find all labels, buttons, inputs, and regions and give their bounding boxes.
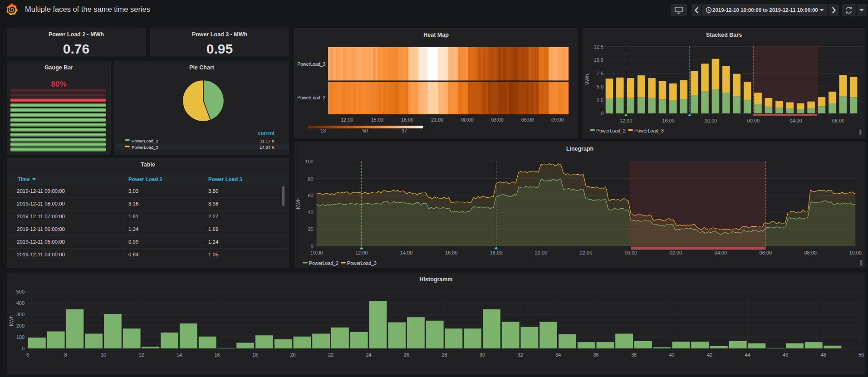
- svg-text:48: 48: [820, 352, 826, 357]
- svg-text:28: 28: [441, 352, 447, 357]
- svg-text:16:00: 16:00: [662, 118, 675, 123]
- svg-text:04:00: 04:00: [790, 118, 802, 123]
- svg-text:20: 20: [290, 352, 295, 357]
- svg-text:10:00: 10:00: [310, 250, 323, 255]
- svg-text:15:00: 15:00: [371, 117, 383, 122]
- svg-text:500: 500: [16, 289, 25, 294]
- svg-text:36: 36: [593, 352, 598, 357]
- svg-text:12:00: 12:00: [620, 118, 633, 123]
- svg-text:03:00: 03:00: [491, 117, 504, 122]
- svg-text:80: 80: [308, 176, 313, 181]
- svg-text:2.5: 2.5: [597, 98, 603, 103]
- svg-text:40: 40: [308, 210, 313, 215]
- svg-text:PowerLoad_3: PowerLoad_3: [634, 128, 664, 133]
- svg-text:PowerLoad_2: PowerLoad_2: [596, 128, 626, 133]
- svg-text:100: 100: [16, 334, 25, 340]
- svg-text:12:00: 12:00: [341, 117, 353, 122]
- svg-text:06:00: 06:00: [521, 117, 534, 122]
- svg-text:10.0: 10.0: [594, 57, 603, 63]
- svg-text:02:00: 02:00: [670, 250, 682, 255]
- svg-text:11.17 K: 11.17 K: [260, 138, 275, 143]
- svg-text:34: 34: [555, 352, 561, 357]
- svg-text:06:00: 06:00: [760, 250, 772, 255]
- svg-text:PowerLoad_2: PowerLoad_2: [297, 95, 325, 100]
- svg-text:00:00: 00:00: [461, 117, 474, 122]
- svg-text:22: 22: [328, 352, 333, 357]
- svg-text:12:00: 12:00: [355, 250, 368, 255]
- svg-text:16:00: 16:00: [445, 250, 458, 255]
- svg-text:09:00: 09:00: [551, 117, 564, 122]
- svg-text:00:00: 00:00: [747, 118, 760, 123]
- svg-text:200: 200: [16, 323, 25, 328]
- svg-text:12: 12: [138, 352, 144, 357]
- svg-text:22:00: 22:00: [580, 250, 593, 255]
- svg-text:12.5: 12.5: [594, 44, 603, 49]
- svg-text:30: 30: [480, 352, 485, 357]
- svg-text:PowerLoad_3: PowerLoad_3: [132, 145, 158, 150]
- svg-text:PowerLoad_2: PowerLoad_2: [132, 138, 158, 143]
- svg-text:PowerLoad_3: PowerLoad_3: [347, 260, 377, 266]
- svg-text:400: 400: [16, 300, 25, 306]
- svg-text:21:00: 21:00: [431, 117, 444, 122]
- svg-text:26: 26: [404, 352, 409, 357]
- svg-text:18:00: 18:00: [401, 117, 414, 122]
- svg-text:32: 32: [517, 352, 523, 357]
- svg-text:100: 100: [305, 159, 313, 164]
- svg-text:38: 38: [631, 352, 637, 357]
- svg-text:PowerLoad_3: PowerLoad_3: [297, 62, 325, 67]
- svg-text:PowerLoad_2: PowerLoad_2: [309, 260, 338, 266]
- svg-text:5.0: 5.0: [597, 84, 603, 89]
- svg-text:KWh: KWh: [9, 315, 14, 326]
- svg-text:40: 40: [669, 352, 674, 357]
- svg-text:20:00: 20:00: [535, 250, 548, 255]
- svg-text:18: 18: [252, 352, 258, 357]
- svg-text:24: 24: [366, 352, 371, 357]
- svg-text:20:00: 20:00: [705, 118, 717, 123]
- svg-text:0: 0: [311, 244, 314, 249]
- svg-text:KWh: KWh: [295, 198, 301, 209]
- svg-text:08:00: 08:00: [804, 250, 817, 255]
- svg-text:50: 50: [362, 128, 368, 133]
- svg-text:14: 14: [177, 352, 182, 357]
- svg-text:10:00: 10:00: [849, 250, 862, 255]
- svg-text:14:00: 14:00: [400, 250, 413, 255]
- svg-text:8: 8: [64, 352, 67, 357]
- svg-text:44: 44: [745, 352, 750, 357]
- svg-text:46: 46: [783, 352, 788, 357]
- svg-text:97: 97: [402, 128, 407, 133]
- svg-text:MWh: MWh: [584, 74, 590, 86]
- svg-text:0: 0: [22, 346, 25, 351]
- svg-text:50: 50: [858, 352, 864, 357]
- svg-text:7.5: 7.5: [597, 71, 603, 76]
- svg-text:60: 60: [308, 193, 313, 198]
- svg-text:14.04 K: 14.04 K: [260, 145, 275, 150]
- svg-text:18:00: 18:00: [490, 250, 503, 255]
- svg-text:0: 0: [601, 111, 603, 116]
- svg-text:04:00: 04:00: [715, 250, 727, 255]
- svg-text:13: 13: [320, 128, 326, 133]
- svg-text:08:00: 08:00: [832, 118, 845, 123]
- svg-text:20: 20: [308, 226, 313, 232]
- svg-text:300: 300: [16, 312, 25, 317]
- svg-text:10: 10: [101, 352, 106, 357]
- svg-text:00:00: 00:00: [625, 250, 638, 255]
- svg-text:16: 16: [214, 352, 220, 357]
- svg-text:6: 6: [26, 352, 29, 357]
- svg-text:42: 42: [707, 352, 712, 357]
- svg-text:current: current: [258, 130, 275, 136]
